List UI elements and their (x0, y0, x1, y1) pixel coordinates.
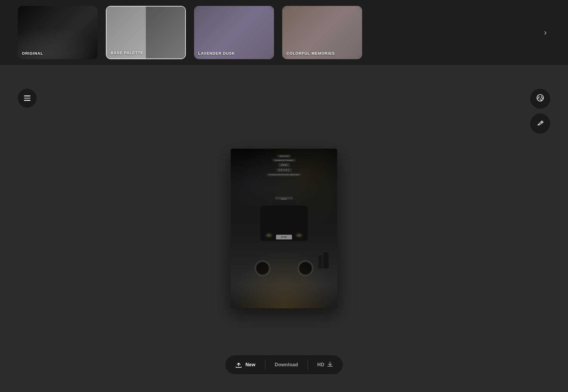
svg-point-2 (541, 96, 542, 98)
new-button[interactable]: New (225, 355, 265, 374)
main-area: Hotel Koval Bangkok @ Chinatown ฝนฝุ่นฝั… (0, 65, 568, 392)
new-label: New (246, 362, 256, 367)
sign-medicine: M SOON HOM NATURAL MEDICINE (267, 173, 301, 176)
svg-point-3 (540, 98, 541, 100)
hd-button[interactable]: HD (308, 355, 343, 374)
hd-label: HD (317, 362, 325, 367)
palette-icon (536, 94, 544, 104)
upload-icon (235, 361, 243, 369)
hamburger-icon (24, 95, 30, 101)
photo-signs: Hotel Koval Bangkok @ Chinatown ฝนฝุ่นฝั… (236, 155, 332, 176)
photo-frame: Hotel Koval Bangkok @ Chinatown ฝนฝุ่นฝั… (231, 149, 337, 308)
filter-label-base-palette: BASE PALETTE (111, 51, 143, 55)
menu-button[interactable] (18, 89, 37, 108)
filter-card-lavender-dusk[interactable]: LAVENDER DUSK (194, 6, 274, 59)
svg-point-1 (538, 96, 540, 98)
palette-button[interactable] (530, 89, 550, 109)
download-label: Download (275, 362, 298, 367)
svg-point-4 (538, 98, 539, 99)
edit-button[interactable] (530, 114, 550, 134)
filter-card-base-palette[interactable]: BASE PALETTE (106, 6, 186, 59)
download-button[interactable]: Download (265, 355, 308, 374)
bottom-action-bar: New Download HD (225, 355, 343, 374)
sign-chinatown: Bangkok @ Chinatown (272, 159, 295, 162)
svg-point-5 (542, 98, 543, 99)
filter-label-original: ORIGINAL (22, 51, 43, 56)
sign-hotel: Hotel Koval (277, 155, 291, 158)
pencil-icon (537, 119, 544, 128)
filter-label-lavender-dusk: LAVENDER DUSK (198, 51, 235, 56)
next-arrow[interactable]: › (540, 25, 550, 40)
taxi-cab-body: สก 697 (260, 205, 308, 241)
sign-chinese: 品 君 乃 君 主 (276, 168, 292, 172)
filter-label-colorful-memories: COLORFUL MEMORIES (286, 51, 335, 56)
filter-card-colorful-memories[interactable]: COLORFUL MEMORIES (282, 6, 362, 59)
sign-thai: ฝนฝุ่นฝัง (278, 163, 290, 167)
filter-card-original[interactable]: ORIGINAL (18, 6, 98, 59)
filter-strip: ORIGINAL BASE PALETTE LAVENDER DUSK COLO… (0, 0, 568, 65)
license-plate: สก 697 (276, 235, 292, 239)
hd-download-icon (327, 361, 333, 369)
